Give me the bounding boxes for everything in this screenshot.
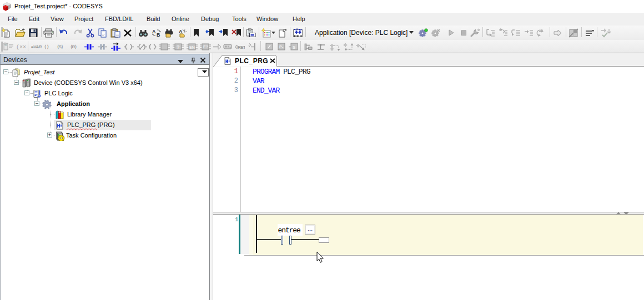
svg-text:E?: E? (203, 45, 208, 49)
svg-text:RET: RET (238, 45, 245, 50)
svg-text:(××): (××) (16, 44, 26, 50)
svg-text:S: S (293, 45, 296, 50)
svg-text:?: ? (177, 44, 180, 50)
svg-text:B: B (157, 32, 160, 38)
svg-text:Pₔ: Pₔ (279, 45, 284, 49)
svg-text:EN: EN (189, 45, 195, 49)
svg-text:A: A (152, 29, 156, 34)
